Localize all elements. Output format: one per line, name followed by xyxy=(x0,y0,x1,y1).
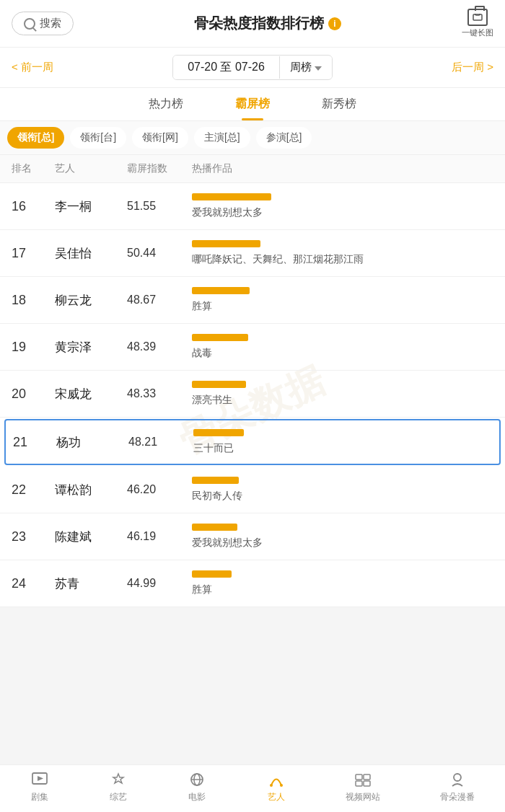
screenshot-button[interactable]: 一键长图 xyxy=(462,9,493,38)
date-range-selector[interactable]: 07-20 至 07-26 周榜 xyxy=(172,55,333,80)
table-header: 排名 艺人 霸屏指数 热播作品 xyxy=(0,155,505,183)
table-row[interactable]: 19 黄宗泽 48.39 战毒 xyxy=(0,324,505,371)
score-value: 48.67 xyxy=(127,294,192,306)
video-sites-icon xyxy=(354,771,372,788)
tab-support-total[interactable]: 参演[总] xyxy=(256,127,312,149)
search-icon xyxy=(24,18,35,30)
nav-dramas[interactable]: 剧集 xyxy=(30,771,49,803)
score-value: 48.21 xyxy=(128,436,193,449)
tab-lead-web[interactable]: 领衔[网] xyxy=(132,127,188,149)
works-cell: 爱我就别想太多 xyxy=(192,193,493,219)
search-label: 搜索 xyxy=(40,17,61,30)
works-title: 三十而已 xyxy=(193,442,492,455)
works-title: 爱我就别想太多 xyxy=(192,206,493,219)
table-row[interactable]: 23 陈建斌 46.19 爱我就别想太多 xyxy=(0,513,505,560)
rank-number: 20 xyxy=(12,387,55,402)
svg-marker-3 xyxy=(38,776,43,781)
artist-name: 宋威龙 xyxy=(55,386,127,402)
movies-label: 电影 xyxy=(188,791,206,803)
rank-number: 16 xyxy=(12,199,55,214)
rank-number: 19 xyxy=(12,340,55,355)
tab-screen-chart[interactable]: 霸屏榜 xyxy=(209,88,296,120)
score-value: 50.44 xyxy=(127,247,192,260)
score-bar xyxy=(192,570,232,578)
artist-name: 吴佳怡 xyxy=(55,245,127,262)
chevron-down-icon xyxy=(315,66,322,71)
screenshot-label: 一键长图 xyxy=(462,27,493,38)
works-title: 爱我就别想太多 xyxy=(192,537,493,550)
rank-number: 17 xyxy=(12,246,55,261)
artist-name: 陈建斌 xyxy=(55,529,127,545)
manga-icon xyxy=(448,771,467,788)
score-value: 48.33 xyxy=(127,387,192,400)
svg-rect-12 xyxy=(364,781,370,786)
screenshot-icon xyxy=(467,9,488,26)
nav-movies[interactable]: 电影 xyxy=(188,771,206,803)
col-works-header: 热播作品 xyxy=(192,162,493,175)
app-header: 搜索 骨朵热度指数排行榜 i 一键长图 xyxy=(0,0,505,48)
rank-number: 18 xyxy=(12,293,55,308)
prev-week-button[interactable]: < 前一周 xyxy=(12,61,53,74)
variety-icon xyxy=(109,771,128,788)
rank-number: 22 xyxy=(12,482,55,498)
artists-icon xyxy=(267,771,286,788)
svg-rect-9 xyxy=(356,775,362,780)
nav-video-sites[interactable]: 视频网站 xyxy=(346,771,380,803)
col-score-header: 霸屏指数 xyxy=(127,162,192,175)
artists-label: 艺人 xyxy=(268,791,285,803)
tab-main-total[interactable]: 主演[总] xyxy=(194,127,250,149)
works-cell: 三十而已 xyxy=(193,429,492,455)
artist-name: 杨功 xyxy=(56,434,128,451)
works-cell: 哪吒降妖记、天舞纪、那江烟花那江雨 xyxy=(192,240,493,266)
score-bar xyxy=(192,524,237,531)
svg-point-7 xyxy=(270,784,273,787)
search-button[interactable]: 搜索 xyxy=(12,12,74,35)
score-bar xyxy=(192,287,250,294)
tab-hot-chart[interactable]: 热力榜 xyxy=(123,88,209,120)
svg-point-8 xyxy=(280,784,283,787)
works-cell: 爱我就别想太多 xyxy=(192,524,493,550)
svg-rect-10 xyxy=(364,775,370,780)
rank-number: 24 xyxy=(12,576,55,591)
ranking-table: 16 李一桐 51.55 爱我就别想太多 17 吴佳怡 50.44 哪吒降妖记、… xyxy=(0,183,505,607)
tab-lead-tv[interactable]: 领衔[台] xyxy=(70,127,126,149)
artist-name: 黄宗泽 xyxy=(55,339,127,356)
date-range-text: 07-20 至 07-26 xyxy=(173,56,279,79)
period-type-dropdown[interactable]: 周榜 xyxy=(279,56,332,79)
score-bar xyxy=(192,334,248,341)
video-sites-label: 视频网站 xyxy=(346,791,380,803)
category-tabs: 领衔[总] 领衔[台] 领衔[网] 主演[总] 参演[总] xyxy=(0,121,505,155)
nav-manga[interactable]: 骨朵漫番 xyxy=(440,771,475,803)
table-row[interactable]: 18 柳云龙 48.67 胜算 xyxy=(0,277,505,324)
next-week-button[interactable]: 后一周 > xyxy=(452,61,493,74)
table-row[interactable]: 22 谭松韵 46.20 民初奇人传 xyxy=(0,467,505,513)
table-row-highlighted[interactable]: 21 杨功 48.21 三十而已 xyxy=(4,419,501,465)
table-row[interactable]: 20 宋威龙 48.33 漂亮书生 xyxy=(0,371,505,418)
col-artist-header: 艺人 xyxy=(55,162,127,175)
score-bar xyxy=(192,381,246,388)
artist-name: 柳云龙 xyxy=(55,292,127,309)
score-bar xyxy=(192,240,260,247)
nav-artists[interactable]: 艺人 xyxy=(267,771,286,803)
artist-name: 李一桐 xyxy=(55,198,127,215)
table-row[interactable]: 24 苏青 44.99 胜算 xyxy=(0,560,505,607)
table-row[interactable]: 16 李一桐 51.55 爱我就别想太多 xyxy=(0,183,505,230)
works-title: 战毒 xyxy=(192,347,493,360)
score-bar xyxy=(193,429,244,436)
artist-name: 谭松韵 xyxy=(55,482,127,498)
svg-rect-11 xyxy=(356,781,362,786)
tab-lead-total[interactable]: 领衔[总] xyxy=(7,127,64,149)
chart-type-tabs: 热力榜 霸屏榜 新秀榜 xyxy=(0,88,505,121)
page-title: 骨朵热度指数排行榜 i xyxy=(194,14,341,33)
info-icon[interactable]: i xyxy=(328,17,341,30)
dramas-label: 剧集 xyxy=(31,791,48,803)
table-row[interactable]: 17 吴佳怡 50.44 哪吒降妖记、天舞纪、那江烟花那江雨 xyxy=(0,230,505,277)
score-value: 48.39 xyxy=(127,340,192,353)
col-rank-header: 排名 xyxy=(12,162,55,175)
tab-new-chart[interactable]: 新秀榜 xyxy=(296,88,382,120)
nav-variety[interactable]: 综艺 xyxy=(109,771,128,803)
svg-point-13 xyxy=(454,774,461,781)
score-value: 46.19 xyxy=(127,530,192,543)
works-cell: 胜算 xyxy=(192,570,493,596)
works-title: 漂亮书生 xyxy=(192,394,493,407)
